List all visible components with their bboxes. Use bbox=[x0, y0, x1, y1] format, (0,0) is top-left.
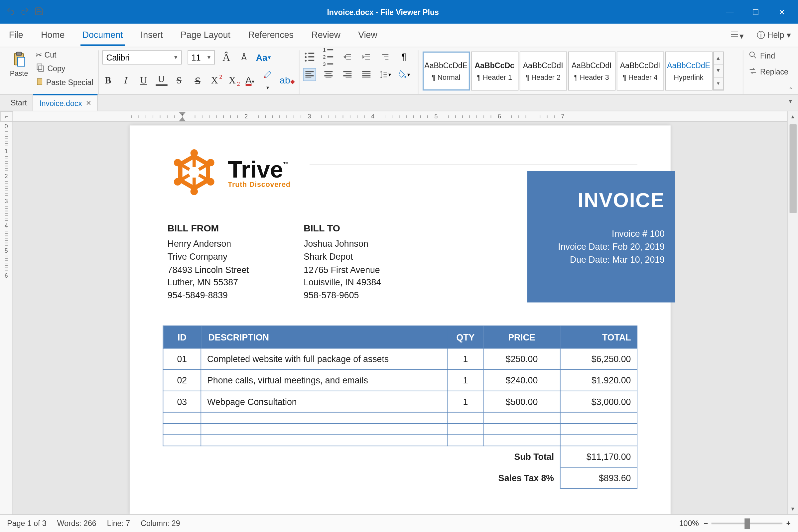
paste-special-icon bbox=[36, 77, 44, 88]
style-normal[interactable]: AaBbCcDdE¶ Normal bbox=[422, 52, 470, 91]
copy-button[interactable]: Copy bbox=[36, 63, 93, 74]
show-marks-button[interactable]: ¶ bbox=[397, 50, 410, 63]
change-case-button[interactable]: Aa▾ bbox=[256, 53, 271, 62]
style-hyperlink[interactable]: AaBbCcDdEHyperlink bbox=[665, 52, 712, 91]
underline-button[interactable]: U bbox=[138, 75, 150, 86]
style-label: ¶ Header 1 bbox=[477, 73, 512, 81]
paste-button[interactable]: Paste bbox=[6, 50, 32, 77]
cell-total: $6,250.00 bbox=[560, 348, 637, 369]
maximize-button[interactable]: ☐ bbox=[748, 7, 763, 16]
style-label: ¶ Header 4 bbox=[623, 73, 657, 81]
subscript-button[interactable]: X2 bbox=[226, 75, 239, 86]
scroll-up-icon[interactable]: ▲ bbox=[788, 111, 798, 122]
decrease-indent-button[interactable] bbox=[341, 50, 354, 63]
tab-document[interactable]: Invoice.docx✕ bbox=[34, 94, 98, 111]
menu-home[interactable]: Home bbox=[39, 25, 66, 46]
zoom-in-button[interactable]: + bbox=[786, 519, 791, 528]
chevron-up-icon[interactable]: ▲ bbox=[714, 52, 723, 65]
replace-button[interactable]: Replace bbox=[748, 66, 788, 77]
totals-row: Sales Tax 8%$893.60 bbox=[163, 467, 638, 489]
grow-font-button[interactable]: Â bbox=[221, 51, 232, 63]
redo-icon[interactable] bbox=[20, 6, 30, 18]
zoom-thumb[interactable] bbox=[745, 518, 750, 529]
menu-references[interactable]: References bbox=[246, 25, 295, 46]
style-header3[interactable]: AaBbCcDdI¶ Header 3 bbox=[568, 52, 615, 91]
close-button[interactable]: ✕ bbox=[774, 7, 790, 16]
highlight-icon bbox=[262, 69, 273, 78]
outdent-icon bbox=[342, 52, 352, 61]
align-center-button[interactable] bbox=[322, 68, 335, 81]
cell-price: $250.00 bbox=[483, 348, 560, 369]
find-button[interactable]: Find bbox=[748, 50, 788, 61]
numbering-button[interactable]: 123 bbox=[322, 50, 335, 63]
total-label: Sub Total bbox=[163, 446, 560, 467]
zoom-track[interactable] bbox=[711, 523, 783, 524]
style-header2[interactable]: AaBbCcDdI¶ Header 2 bbox=[519, 52, 567, 91]
font-color-button[interactable]: A▾ bbox=[244, 75, 256, 86]
numbering-icon: 123 bbox=[323, 47, 333, 67]
chevron-down-icon[interactable]: ▼ bbox=[714, 65, 723, 77]
align-right-button[interactable] bbox=[341, 68, 354, 81]
strikethrough-button[interactable]: S bbox=[173, 75, 185, 86]
increase-indent-button[interactable] bbox=[359, 50, 373, 63]
bullets-button[interactable] bbox=[303, 50, 316, 63]
tabs-menu-button[interactable]: ▼ bbox=[788, 98, 793, 104]
font-name-select[interactable]: Calibri▼ bbox=[102, 50, 182, 64]
menu-insert[interactable]: Insert bbox=[139, 25, 165, 46]
copy-icon bbox=[36, 63, 45, 74]
menu-page-layout[interactable]: Page Layout bbox=[179, 25, 232, 46]
styles-scrollbar[interactable]: ▲▼▾ bbox=[713, 52, 723, 91]
search-icon bbox=[748, 50, 757, 61]
align-left-button[interactable] bbox=[303, 68, 316, 81]
shading-button[interactable]: ▾ bbox=[397, 68, 410, 81]
vertical-ruler[interactable]: 0 1 2 3 4 5 6 bbox=[0, 111, 13, 514]
zoom-slider[interactable]: − + bbox=[704, 519, 791, 528]
double-underline-button[interactable]: U bbox=[155, 75, 167, 86]
scroll-track[interactable] bbox=[788, 122, 798, 504]
paste-special-button[interactable]: Paste Special bbox=[36, 77, 93, 88]
tab-start[interactable]: Start bbox=[5, 95, 33, 111]
bold-button[interactable]: B bbox=[102, 75, 114, 86]
clear-formatting-button[interactable]: ab◆ bbox=[280, 75, 291, 86]
undo-icon[interactable] bbox=[6, 6, 15, 18]
highlight-button[interactable]: ▾ bbox=[262, 69, 274, 92]
cut-button[interactable]: ✂Cut bbox=[36, 50, 93, 59]
invoice-due-date: Due Date: Mar 10, 2019 bbox=[538, 253, 665, 266]
double-strikethrough-button[interactable]: S̶ bbox=[191, 75, 203, 86]
multilevel-list-button[interactable] bbox=[378, 50, 391, 63]
col-total: TOTAL bbox=[560, 325, 637, 348]
zoom-out-button[interactable]: − bbox=[704, 519, 708, 528]
font-size-select[interactable]: 11▼ bbox=[187, 50, 214, 64]
align-justify-button[interactable] bbox=[359, 68, 373, 81]
cell-price: $240.00 bbox=[483, 369, 560, 391]
italic-button[interactable]: I bbox=[120, 75, 132, 86]
shrink-font-button[interactable]: Ǎ bbox=[238, 53, 250, 62]
menu-document[interactable]: Document bbox=[80, 25, 125, 46]
close-icon[interactable]: ✕ bbox=[86, 99, 91, 107]
svg-rect-4 bbox=[37, 64, 42, 70]
menu-view[interactable]: View bbox=[357, 25, 379, 46]
menu-review[interactable]: Review bbox=[309, 25, 342, 46]
document-page[interactable]: Trive™ Truth Discovered BILL FROM Henry … bbox=[130, 125, 671, 514]
styles-expand-icon[interactable]: ▾ bbox=[714, 77, 723, 90]
paste-icon bbox=[11, 50, 26, 68]
style-header4[interactable]: AaBbCcDdI¶ Header 4 bbox=[616, 52, 664, 91]
options-icon[interactable]: ▾ bbox=[730, 30, 743, 41]
status-column: Column: 29 bbox=[141, 519, 180, 528]
save-icon[interactable] bbox=[34, 6, 43, 18]
minimize-button[interactable]: — bbox=[722, 7, 738, 16]
horizontal-ruler[interactable]: 1 2 3 4 5 6 7 bbox=[13, 111, 787, 122]
superscript-button[interactable]: X2 bbox=[208, 75, 221, 86]
scroll-thumb[interactable] bbox=[790, 125, 797, 213]
bill-to-line: Louisville, IN 49384 bbox=[304, 276, 428, 289]
collapse-ribbon-button[interactable]: ⌃ bbox=[788, 87, 793, 93]
vertical-scrollbar[interactable]: ▲ ▼ bbox=[787, 111, 798, 514]
copy-label: Copy bbox=[47, 64, 65, 73]
line-spacing-button[interactable]: ▾ bbox=[378, 68, 391, 81]
chevron-down-icon: ▼ bbox=[173, 55, 178, 60]
align-center-icon bbox=[324, 71, 332, 78]
menu-file[interactable]: File bbox=[7, 25, 25, 46]
help-button[interactable]: ⓘ Help ▾ bbox=[757, 30, 791, 41]
scroll-down-icon[interactable]: ▼ bbox=[788, 504, 798, 514]
style-header1[interactable]: AaBbCcDc¶ Header 1 bbox=[471, 52, 518, 91]
